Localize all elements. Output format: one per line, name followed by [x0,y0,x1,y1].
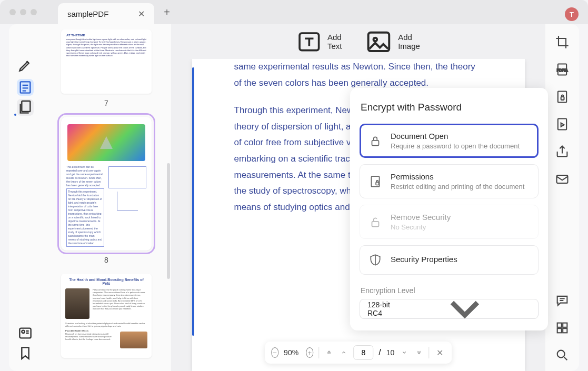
unlock-icon [368,215,382,229]
svg-rect-4 [22,101,30,112]
zoom-value[interactable]: 90% [284,348,301,357]
window-controls [9,9,37,15]
thumb9-dog-image [120,332,147,348]
encryption-level-select[interactable]: 128-bit RC4 [360,299,539,319]
thumb9-text2: Scientists are looking at what the poten… [65,322,147,327]
encrypt-title: Encrypt with Password [360,102,539,113]
pdf-convert-tool[interactable]: PDF/A [555,62,570,77]
encryption-level-value: 128-bit RC4 [367,300,399,317]
document-toolbar: Add Text Add Image [171,24,545,59]
svg-text:PDF/A: PDF/A [557,68,568,72]
thumbnail-page-7[interactable]: AT THETIME everyone thought that white l… [61,29,152,94]
thumbnail-scrollbar[interactable] [167,163,170,279]
first-page-button[interactable] [324,348,334,357]
svg-rect-21 [563,323,567,327]
svg-rect-23 [563,328,567,333]
avatar[interactable]: T [565,7,579,21]
thumb8-label: 8 [49,256,164,264]
slideshow-tool[interactable] [555,117,570,132]
permissions-title: Permissions [391,172,524,181]
svg-point-6 [22,330,24,333]
bottom-toolbar: − 90% + / 10 ✕ [265,342,452,364]
svg-rect-22 [557,328,562,333]
left-toolbar [9,24,42,371]
minimize-window[interactable] [20,9,26,15]
bookmark-tool[interactable] [17,345,34,362]
share-tool[interactable] [555,144,570,159]
close-window[interactable] [9,9,16,15]
page-separator: / [378,348,381,357]
add-text-button[interactable]: Add Text [296,29,344,55]
encrypt-option-properties[interactable]: Security Properties [360,245,539,275]
close-toolbar-button[interactable]: ✕ [434,348,445,358]
shield-icon [368,253,382,267]
right-toolbar: PDF/A [545,24,579,371]
svg-point-11 [374,37,377,41]
encrypt-option-document-open[interactable]: Document Open Require a password to open… [360,124,539,158]
properties-title: Security Properties [391,255,457,264]
thumb7-label: 7 [49,99,164,107]
page-scroll-indicator [192,67,194,336]
encrypt-option-permissions[interactable]: Permissions Restrict editing and printin… [360,164,539,198]
encryption-level-label: Encryption Level [360,286,539,295]
thumbnail-panel: AT THETIME everyone thought that white l… [42,24,171,371]
form-tool[interactable] [17,325,34,342]
svg-rect-10 [368,32,390,51]
svg-point-24 [557,350,565,358]
svg-line-25 [564,357,567,360]
encrypt-option-remove: Remove Security No Security [360,205,539,239]
tab-samplepdf[interactable]: samplePDF ✕ [58,3,154,24]
text-icon [296,29,322,55]
thumb7-text: everyone thought that white light was a … [66,38,146,57]
doc-open-title: Document Open [391,132,520,141]
thumbnail-page-8[interactable]: This experiment can be repeated over and… [61,117,152,250]
search-tool[interactable] [555,348,570,363]
tab-close-icon[interactable]: ✕ [138,9,145,19]
highlighter-tool[interactable] [17,57,34,74]
thumb7-heading: AT THETIME [66,34,146,37]
add-image-label: Add Image [398,33,420,51]
maximize-window[interactable] [31,9,37,15]
paragraph-1: same experimental results as Newton. Sin… [234,59,483,91]
svg-rect-17 [557,175,568,183]
add-image-button[interactable]: Add Image [365,28,420,56]
grid-tool[interactable] [555,320,570,335]
thumb9-cat-image [65,288,89,319]
svg-rect-29 [372,221,379,226]
thumbnail-page-9[interactable]: The Health and Mood-Boosting Benefits of… [61,274,152,358]
chevron-down-icon [399,299,531,318]
last-page-button[interactable] [414,348,424,357]
zoom-in-button[interactable]: + [306,347,313,358]
pages-tool[interactable] [17,99,34,116]
active-indicator [14,114,16,116]
page-input[interactable] [353,345,373,360]
new-tab-button[interactable]: + [164,6,170,18]
crop-tool[interactable] [555,35,570,49]
thumb9-heading: The Health and Mood-Boosting Benefits of… [65,278,147,285]
svg-rect-20 [557,323,562,327]
svg-rect-26 [372,140,379,145]
email-tool[interactable] [555,172,570,186]
title-bar: samplePDF ✕ + T [0,0,588,24]
remove-title: Remove Security [391,213,451,222]
lock-icon [368,134,382,148]
encrypt-panel: Encrypt with Password Document Open Requ… [350,88,548,330]
prev-page-button[interactable] [339,348,348,357]
permissions-icon [368,175,382,188]
thumb9-text: Pets contribute to the joy of coming hom… [93,288,147,319]
remove-sub: No Security [391,223,451,231]
svg-rect-15 [561,97,564,100]
image-icon [365,28,393,56]
thumb9-subhead: Possible Health Effects [65,329,88,332]
add-text-label: Add Text [327,33,344,51]
tab-title: samplePDF [67,9,108,18]
annotations-tool[interactable] [17,79,34,96]
svg-rect-5 [19,328,31,338]
comments-tool[interactable] [555,293,570,308]
zoom-out-button[interactable]: − [271,347,278,358]
thumb8-image [67,124,145,161]
next-page-button[interactable] [400,348,409,357]
thumb8-text: This experiment can be repeated over and… [61,165,152,247]
encrypt-tool[interactable] [555,89,570,104]
doc-open-sub: Require a password to open the document [391,142,520,150]
